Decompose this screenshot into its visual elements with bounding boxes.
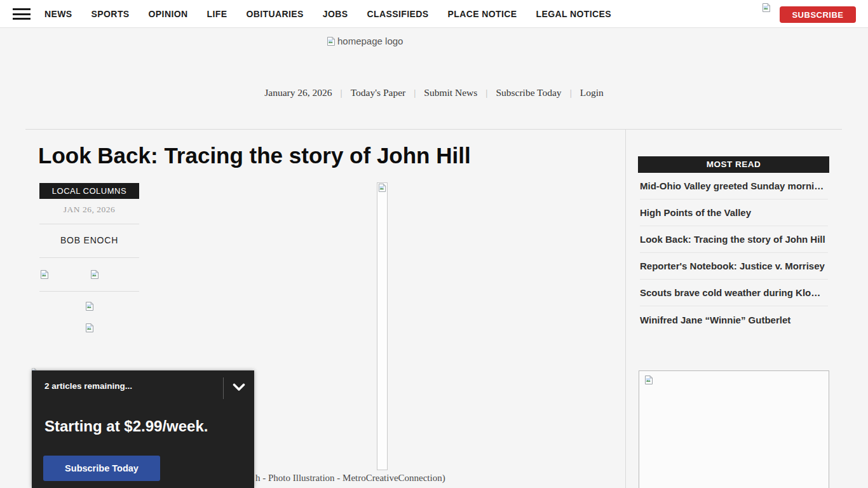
divider [39,291,139,292]
share-icon[interactable] [39,269,50,280]
main-nav: NEWS SPORTS OPINION LIFE OBITUARIES JOBS… [44,0,611,28]
most-read-item[interactable]: Reporter's Notebook: Justice v. Morrisey [640,253,828,280]
nav-item-life[interactable]: LIFE [207,9,227,19]
most-read-item[interactable]: Scouts brave cold weather during Klo… [640,280,828,306]
article-author[interactable]: BOB ENOCH [39,235,139,245]
dateline: January 26, 2026|Today's Paper|Submit Ne… [0,87,868,98]
articles-remaining-text: 2 articles remaining... [44,381,132,391]
logo-alt-text: homepage logo [337,36,403,46]
nav-item-news[interactable]: NEWS [44,9,72,19]
nav-item-place-notice[interactable]: PLACE NOTICE [447,9,517,19]
subscribe-button[interactable]: SUBSCRIBE [780,6,856,23]
most-read-header: MOST READ [638,156,829,173]
most-read-list: Mid-Ohio Valley greeted Sunday morni… Hi… [640,173,828,333]
nav-item-opinion[interactable]: OPINION [149,9,188,19]
most-read-item[interactable]: Look Back: Tracing the story of John Hil… [640,226,828,253]
most-read-item[interactable]: High Points of the Valley [640,200,828,226]
nav-item-jobs[interactable]: JOBS [323,9,348,19]
divider [39,257,139,258]
paywall-overlay: 2 articles remaining... Starting at $2.9… [32,370,254,488]
broken-image-icon [761,3,771,13]
nav-item-classifieds[interactable]: CLASSIFIEDS [367,9,429,19]
paywall-subscribe-button[interactable]: Subscribe Today [43,456,160,481]
menu-icon[interactable] [13,8,31,20]
subscribe-today-link[interactable]: Subscribe Today [496,87,561,98]
article-title: Look Back: Tracing the story of John Hil… [38,144,610,168]
most-read-item[interactable]: Mid-Ohio Valley greeted Sunday morni… [640,173,828,200]
broken-image-icon [644,375,654,385]
divider [39,224,139,224]
ad-slot [639,370,829,488]
todays-paper-link[interactable]: Today's Paper [351,87,406,98]
share-icon[interactable] [85,323,95,333]
submit-news-link[interactable]: Submit News [424,87,477,98]
paywall-offer-text: Starting at $2.99/week. [44,417,208,435]
share-icon[interactable] [90,269,100,280]
image-caption: h - Photo Illustration - MetroCreativeCo… [255,473,445,484]
nav-item-legal-notices[interactable]: LEGAL NOTICES [536,9,612,19]
broken-image-icon [31,365,37,370]
divider [223,377,224,399]
login-link[interactable]: Login [580,87,604,98]
sidebar-divider [625,129,626,488]
nav-item-obituaries[interactable]: OBITUARIES [246,9,303,19]
article-image-broken [377,182,388,470]
nav-item-sports[interactable]: SPORTS [92,9,130,19]
category-badge[interactable]: LOCAL COLUMNS [39,183,139,199]
chevron-down-icon[interactable] [233,383,245,391]
share-icon[interactable] [85,301,95,311]
broken-image-icon [377,183,387,193]
current-date: January 26, 2026 [264,87,332,98]
broken-image-icon [326,36,336,46]
homepage-logo[interactable]: homepage logo [326,36,403,46]
content-top-border [25,129,842,130]
article-date: JAN 26, 2026 [39,205,139,215]
most-read-item[interactable]: Winifred Jane “Winnie” Gutberlet [640,306,828,333]
top-navigation: NEWS SPORTS OPINION LIFE OBITUARIES JOBS… [0,0,868,28]
